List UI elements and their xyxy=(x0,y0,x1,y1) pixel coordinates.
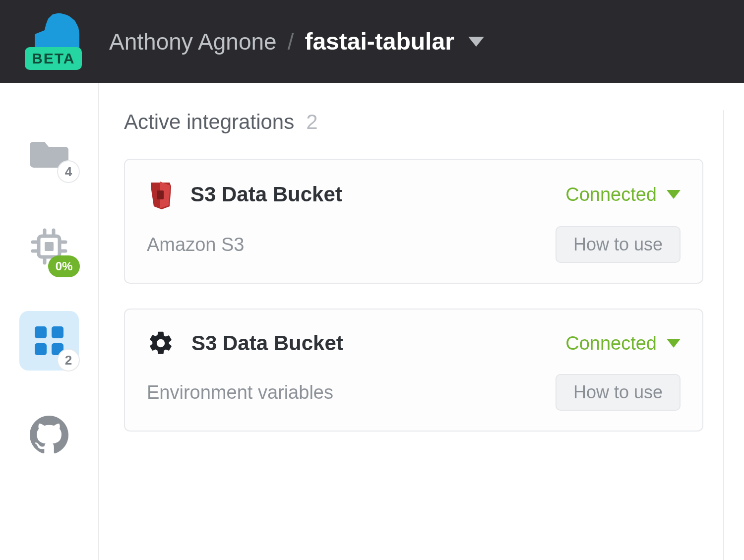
sidebar-item-github[interactable] xyxy=(19,405,79,465)
integration-subtitle: Amazon S3 xyxy=(147,234,244,255)
integration-status-label: Connected xyxy=(565,184,657,205)
body: 4 0% 2 xyxy=(0,83,744,560)
s3-icon xyxy=(147,180,174,209)
gear-icon xyxy=(147,329,175,357)
how-to-use-button[interactable]: How to use xyxy=(556,374,681,411)
svg-rect-12 xyxy=(35,343,47,355)
wave-icon xyxy=(35,13,79,52)
svg-rect-10 xyxy=(35,326,47,338)
integration-subtitle: Environment variables xyxy=(147,382,333,403)
integration-title: S3 Data Bucket xyxy=(191,331,343,355)
sidebar: 4 0% 2 xyxy=(0,83,98,560)
svg-rect-1 xyxy=(45,242,54,251)
app-logo[interactable]: BETA xyxy=(25,13,84,70)
sidebar-item-integrations[interactable]: 2 xyxy=(19,311,79,371)
section-count: 2 xyxy=(306,110,317,134)
section-title-label: Active integrations xyxy=(124,110,294,134)
integration-card: S3 Data Bucket Connected Amazon S3 How t… xyxy=(124,159,703,284)
integrations-count-badge: 2 xyxy=(57,349,80,372)
compute-usage-badge: 0% xyxy=(48,255,80,277)
integration-status-dropdown[interactable]: Connected xyxy=(565,333,681,354)
integration-card: S3 Data Bucket Connected Environment var… xyxy=(124,309,703,432)
integration-status-dropdown[interactable]: Connected xyxy=(565,184,681,205)
integration-title: S3 Data Bucket xyxy=(190,183,342,206)
files-count-badge: 4 xyxy=(57,160,80,183)
chevron-down-icon xyxy=(667,190,681,199)
how-to-use-button[interactable]: How to use xyxy=(556,226,681,263)
breadcrumb-project-dropdown[interactable]: fastai-tabular xyxy=(305,28,484,55)
svg-rect-14 xyxy=(157,190,164,199)
integration-status-label: Connected xyxy=(565,333,657,354)
breadcrumb-project-label: fastai-tabular xyxy=(305,28,454,55)
chevron-down-icon xyxy=(667,339,681,348)
breadcrumb-user[interactable]: Anthony Agnone xyxy=(109,28,277,55)
main-content: Active integrations 2 S3 Data Bucket xyxy=(98,83,744,560)
chevron-down-icon xyxy=(468,37,484,47)
breadcrumb-separator: / xyxy=(288,28,294,55)
section-title: Active integrations 2 xyxy=(124,110,703,134)
sidebar-item-files[interactable]: 4 xyxy=(19,123,79,182)
svg-rect-11 xyxy=(52,326,63,338)
github-icon xyxy=(30,416,68,454)
app-header: BETA Anthony Agnone / fastai-tabular xyxy=(0,0,744,83)
breadcrumb: Anthony Agnone / fastai-tabular xyxy=(109,28,484,55)
beta-badge: BETA xyxy=(25,47,82,70)
sidebar-item-compute[interactable]: 0% xyxy=(19,217,79,276)
